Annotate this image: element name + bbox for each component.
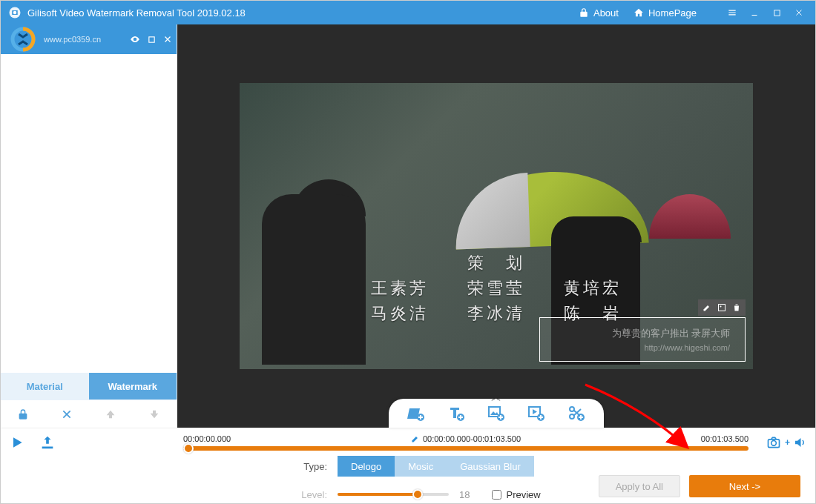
- titlebar: Gilisoft Video Watermark Removal Tool 20…: [1, 1, 815, 24]
- preview-checkbox[interactable]: Preview: [492, 489, 540, 500]
- type-mosic[interactable]: Mosic: [395, 456, 447, 477]
- add-video-icon[interactable]: [527, 404, 546, 423]
- apply-to-all-button[interactable]: Apply to All: [599, 475, 680, 497]
- add-text-icon[interactable]: [447, 404, 466, 423]
- watermark-sample-text: 为尊贵的客户推出 录屏大师: [612, 327, 730, 340]
- add-cut-icon[interactable]: [567, 404, 586, 423]
- minimize-button[interactable]: [746, 4, 763, 21]
- svg-rect-4: [148, 36, 154, 42]
- homepage-label: HomePage: [648, 7, 697, 19]
- bottom-panel: 00:00:00.000 00:00:00.000-00:01:03.500 0…: [1, 428, 815, 503]
- lock-toggle[interactable]: [1, 400, 45, 428]
- volume-button[interactable]: [793, 436, 806, 449]
- tab-material[interactable]: Material: [1, 373, 89, 399]
- tab-watermark[interactable]: Watermark: [89, 373, 177, 399]
- preview-checkbox-input[interactable]: [492, 490, 501, 500]
- credits-title: 策 划: [371, 252, 622, 274]
- delete-selection-icon[interactable]: [730, 302, 743, 314]
- credits-line-2: 王素芳 荣雪莹 黄培宏: [371, 277, 622, 299]
- watermark-sample-url: http://www.higeshi.com/: [644, 343, 730, 352]
- watermark-selection-box[interactable]: 为尊贵的客户推出 录屏大师 http://www.higeshi.com/: [539, 317, 746, 362]
- menu-button[interactable]: [723, 4, 741, 21]
- svg-point-17: [771, 440, 777, 445]
- level-value: 18: [459, 489, 470, 500]
- timeline-track[interactable]: 00:00:00.000 00:00:00.000-00:01:03.500 0…: [177, 434, 754, 451]
- add-image-icon[interactable]: [487, 404, 506, 423]
- type-gaussian[interactable]: Gaussian Blur: [447, 456, 534, 477]
- remove-clip-icon[interactable]: [162, 33, 174, 45]
- chevron-up-icon[interactable]: ︿: [491, 391, 501, 405]
- move-up-button[interactable]: [89, 400, 133, 428]
- timeline-thumb[interactable]: [183, 443, 194, 454]
- level-label: Level:: [283, 489, 327, 500]
- about-link[interactable]: About: [579, 7, 619, 19]
- window-controls: [719, 4, 808, 21]
- sidebar-tabs: Material Watermark: [1, 373, 177, 399]
- next-button[interactable]: Next ->: [689, 475, 800, 497]
- app-logo-icon: [8, 6, 22, 19]
- timeline-start: 00:00:00.000: [183, 434, 231, 445]
- add-shape-icon[interactable]: [407, 404, 426, 423]
- sidebar: www.pc0359.cn Material Watermark: [1, 24, 177, 428]
- timeline-row: 00:00:00.000 00:00:00.000-00:01:03.500 0…: [1, 428, 815, 456]
- about-label: About: [593, 7, 619, 19]
- svg-point-1: [13, 11, 17, 15]
- move-down-button[interactable]: [133, 400, 177, 428]
- svg-rect-2: [774, 10, 779, 15]
- pencil-icon: [411, 434, 420, 443]
- thumbnail-label: www.pc0359.cn: [44, 35, 101, 44]
- edit-selection-icon[interactable]: [700, 302, 714, 314]
- add-toolbar: ︿: [389, 399, 604, 428]
- type-toggle-group: Delogo Mosic Gaussian Blur: [338, 456, 534, 477]
- visibility-icon[interactable]: [129, 33, 141, 45]
- image-selection-icon[interactable]: [715, 302, 728, 314]
- close-button[interactable]: [790, 4, 808, 21]
- play-button[interactable]: [10, 435, 24, 450]
- sidebar-actions: [1, 399, 177, 428]
- timeline-range: 00:00:00.000-00:01:03.500: [411, 434, 521, 443]
- clip-thumbnail-bar[interactable]: www.pc0359.cn: [1, 24, 177, 54]
- snapshot-button[interactable]: [766, 435, 782, 450]
- home-icon: [634, 7, 644, 18]
- thumbnail-icon: [5, 27, 41, 52]
- svg-rect-5: [719, 305, 725, 311]
- timeline-end: 00:01:03.500: [701, 434, 748, 445]
- video-frame[interactable]: 策 划 王素芳 荣雪莹 黄培宏 马炎洁 李冰清 陈 岩 为尊贵的客户推出 录屏大…: [240, 83, 753, 369]
- video-credits-overlay: 策 划 王素芳 荣雪莹 黄培宏 马炎洁 李冰清 陈 岩: [371, 249, 622, 328]
- delete-button[interactable]: [45, 400, 88, 428]
- controls-row: Type: Delogo Mosic Gaussian Blur Level: …: [1, 456, 815, 503]
- app-title: Gilisoft Video Watermark Removal Tool 20…: [27, 7, 246, 19]
- homepage-link[interactable]: HomePage: [634, 7, 697, 19]
- export-button[interactable]: [39, 434, 56, 451]
- camera-plus-icon: +: [785, 437, 790, 448]
- maximize-button[interactable]: [768, 4, 786, 21]
- stop-icon[interactable]: [145, 33, 157, 45]
- svg-point-6: [720, 306, 722, 308]
- selection-toolbar: [698, 299, 746, 316]
- lock-icon: [579, 7, 589, 18]
- type-delogo[interactable]: Delogo: [338, 456, 395, 477]
- type-label: Type:: [283, 461, 327, 472]
- level-slider[interactable]: [338, 485, 449, 503]
- preview-checkbox-label: Preview: [506, 489, 540, 500]
- video-preview: 策 划 王素芳 荣雪莹 黄培宏 马炎洁 李冰清 陈 岩 为尊贵的客户推出 录屏大…: [177, 24, 815, 428]
